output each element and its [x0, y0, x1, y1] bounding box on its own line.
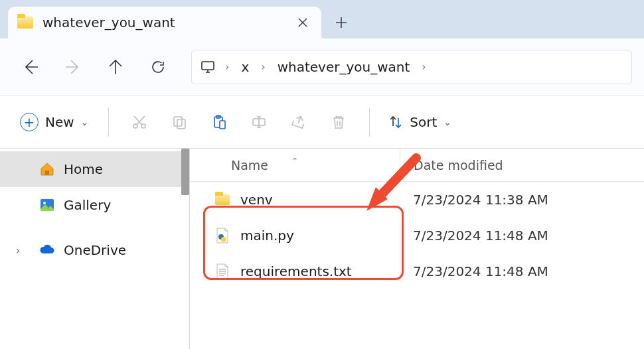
- text-file-icon: [214, 263, 231, 280]
- chevron-down-icon: ⌄: [443, 117, 451, 127]
- svg-rect-3: [174, 117, 182, 126]
- nav-bar: › x › whatever_you_want ›: [0, 38, 644, 96]
- back-button[interactable]: [12, 50, 49, 84]
- tab-title: whatever_you_want: [42, 15, 285, 31]
- chevron-right-icon[interactable]: ›: [16, 244, 31, 257]
- breadcrumb[interactable]: › x › whatever_you_want ›: [191, 50, 632, 84]
- paste-button[interactable]: [201, 105, 238, 139]
- svg-point-11: [43, 202, 46, 204]
- list-item[interactable]: requirements.txt 7/23/2024 11:48 AM: [190, 253, 644, 289]
- new-button[interactable]: + New ⌄: [12, 109, 96, 135]
- folder-icon: [214, 191, 231, 208]
- python-file-icon: [214, 227, 231, 244]
- up-button[interactable]: [97, 50, 134, 84]
- divider: [369, 107, 370, 137]
- sidebar-item-label: Home: [64, 161, 103, 177]
- list-item[interactable]: venv 7/23/2024 11:38 AM: [190, 182, 644, 218]
- plus-circle-icon: +: [20, 113, 39, 131]
- sidebar-item-onedrive[interactable]: › OneDrive: [0, 232, 189, 268]
- chevron-right-icon[interactable]: ›: [416, 60, 431, 73]
- sidebar-item-label: Gallery: [64, 197, 111, 213]
- chevron-right-icon[interactable]: ›: [220, 60, 234, 73]
- breadcrumb-segment[interactable]: whatever_you_want: [275, 59, 413, 75]
- cloud-icon: [39, 242, 56, 259]
- file-date: 7/23/2024 11:48 AM: [400, 263, 644, 279]
- svg-rect-9: [45, 171, 49, 175]
- main-area: Home Gallery › OneDrive ⌃ Name Date modi…: [0, 149, 644, 349]
- svg-rect-7: [220, 121, 225, 129]
- sidebar-item-label: OneDrive: [64, 242, 126, 258]
- cut-button: [121, 105, 158, 139]
- file-name: main.py: [240, 228, 294, 244]
- svg-rect-4: [177, 119, 185, 129]
- monitor-icon: [200, 60, 216, 74]
- column-date[interactable]: Date modified: [400, 149, 644, 181]
- close-icon[interactable]: [295, 15, 311, 31]
- chevron-right-icon[interactable]: ›: [256, 60, 270, 73]
- sort-label: Sort: [410, 114, 437, 130]
- divider: [108, 107, 109, 137]
- svg-rect-0: [202, 62, 214, 70]
- sidebar-item-home[interactable]: Home: [0, 151, 189, 187]
- sort-icon: [388, 115, 403, 129]
- tab-bar: whatever_you_want: [0, 0, 644, 38]
- chevron-down-icon: ⌄: [81, 117, 89, 127]
- copy-button: [161, 105, 198, 139]
- sidebar: Home Gallery › OneDrive: [0, 149, 190, 349]
- column-name[interactable]: ⌃ Name: [190, 158, 400, 173]
- file-name: venv: [240, 192, 273, 208]
- window-tab[interactable]: whatever_you_want: [8, 7, 321, 38]
- list-item[interactable]: main.py 7/23/2024 11:48 AM: [190, 218, 644, 253]
- svg-point-13: [221, 237, 226, 242]
- forward-button: [54, 50, 92, 84]
- folder-icon: [17, 17, 33, 29]
- rename-button: [240, 105, 278, 139]
- sort-indicator-icon: ⌃: [291, 157, 298, 166]
- sort-button[interactable]: Sort ⌄: [382, 110, 458, 134]
- home-icon: [39, 161, 56, 178]
- refresh-button[interactable]: [139, 50, 177, 84]
- column-headers: ⌃ Name Date modified: [190, 149, 644, 182]
- new-tab-button[interactable]: [328, 9, 355, 36]
- share-button: [280, 105, 317, 139]
- toolbar: + New ⌄ Sort ⌄: [0, 96, 644, 149]
- breadcrumb-segment[interactable]: x: [238, 59, 252, 75]
- delete-button: [320, 105, 357, 139]
- file-list: ⌃ Name Date modified venv 7/23/2024 11:3…: [190, 149, 644, 349]
- new-label: New: [45, 114, 74, 130]
- file-date: 7/23/2024 11:48 AM: [400, 228, 644, 244]
- gallery-icon: [39, 196, 56, 214]
- sidebar-item-gallery[interactable]: Gallery: [0, 187, 189, 223]
- file-name: requirements.txt: [240, 263, 352, 279]
- scrollbar[interactable]: [181, 149, 189, 195]
- file-date: 7/23/2024 11:38 AM: [400, 192, 644, 208]
